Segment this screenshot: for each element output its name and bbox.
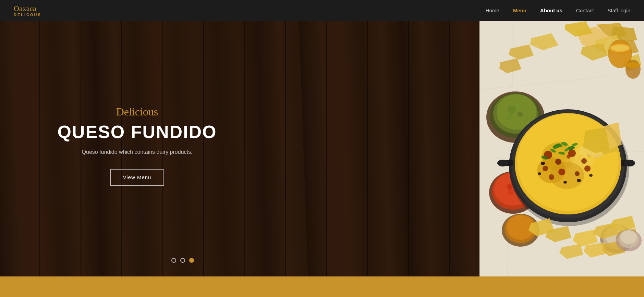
- svg-point-69: [563, 181, 567, 184]
- svg-point-47: [497, 160, 508, 166]
- nav-item-home[interactable]: Home: [486, 8, 499, 14]
- slide-dot-2[interactable]: [180, 258, 185, 263]
- nav-link-home[interactable]: Home: [486, 8, 499, 13]
- svg-point-61: [558, 169, 565, 175]
- hero-section: Delicious QUESO FUNDIDO Queso fundido wh…: [0, 0, 644, 297]
- svg-point-65: [567, 154, 571, 159]
- svg-point-68: [541, 162, 545, 165]
- nav-item-contact[interactable]: Contact: [576, 8, 594, 14]
- navbar: Oaxaca DELICOUS Home Menu About us Conta…: [0, 0, 644, 21]
- logo[interactable]: Oaxaca DELICOUS: [14, 4, 41, 17]
- svg-point-72: [538, 172, 541, 175]
- svg-point-62: [575, 171, 580, 176]
- nav-link-contact[interactable]: Contact: [576, 8, 594, 13]
- view-menu-button[interactable]: View Menu: [110, 169, 165, 186]
- svg-point-49: [624, 160, 635, 166]
- svg-point-56: [550, 162, 584, 189]
- hero-title: QUESO FUNDIDO: [57, 122, 217, 142]
- slide-indicators: [171, 258, 194, 263]
- svg-point-70: [577, 179, 581, 182]
- svg-point-63: [584, 165, 591, 172]
- svg-point-33: [507, 184, 512, 189]
- nav-links: Home Menu About us Contact Staff login: [486, 8, 630, 14]
- slide-dot-3[interactable]: [189, 258, 194, 263]
- svg-point-71: [589, 174, 593, 177]
- food-illustration: [479, 21, 644, 297]
- nav-link-menu[interactable]: Menu: [513, 8, 526, 13]
- svg-point-98: [620, 230, 637, 244]
- svg-point-27: [517, 112, 523, 117]
- bottom-gold-strip: [0, 276, 644, 297]
- svg-point-28: [506, 113, 513, 120]
- nav-item-about[interactable]: About us: [540, 8, 562, 14]
- brand-letter-o: O: [14, 4, 19, 13]
- svg-point-64: [543, 166, 548, 171]
- svg-point-67: [549, 174, 554, 180]
- svg-point-19: [611, 45, 629, 51]
- svg-point-29: [515, 104, 521, 110]
- nav-link-staff-login[interactable]: Staff login: [608, 8, 630, 13]
- svg-point-35: [508, 189, 514, 195]
- nav-item-staff-login[interactable]: Staff login: [608, 8, 630, 14]
- food-image-panel: [479, 21, 644, 297]
- brand-rest: axaca: [19, 4, 36, 13]
- svg-point-58: [555, 159, 561, 165]
- hero-content: Delicious QUESO FUNDIDO Queso fundido wh…: [0, 21, 274, 297]
- brand-tagline: DELICOUS: [14, 13, 41, 17]
- svg-point-21: [626, 62, 640, 68]
- hero-subtitle: Delicious: [116, 106, 158, 118]
- svg-point-60: [581, 158, 587, 164]
- nav-link-about[interactable]: About us: [540, 8, 562, 13]
- nav-item-menu[interactable]: Menu: [513, 8, 526, 14]
- slide-dot-1[interactable]: [171, 258, 176, 263]
- brand-name: Oaxaca: [14, 4, 41, 13]
- hero-description: Queso fundido which contains dairy produ…: [82, 149, 193, 155]
